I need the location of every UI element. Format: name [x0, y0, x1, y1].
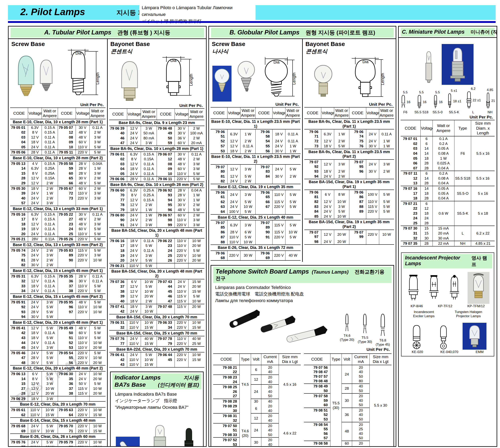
table-cell: 0.11 A — [141, 176, 157, 182]
column-header: Voltage — [76, 108, 89, 119]
projector-bulb-labels: KP-8/46 KP-TF/12 KP-TFM/12 — [403, 304, 492, 309]
table-cell: 24 V — [272, 164, 285, 174]
indicator-lamps-band: Indicator Lamps지시등 BA7s Base(인디케이터 램프) — [112, 373, 202, 389]
table-cell: 50 — [157, 136, 175, 141]
table-row: 79 05 3018 V2 W79 05 6760 V2 W — [10, 186, 106, 191]
table-row: 79 06 0628 V0.11 A79 06 11220 V5 W — [109, 176, 205, 182]
table-cell — [256, 179, 272, 184]
group-header: Base E-12, Clear, Dia, 13 x Length 33 mm… — [10, 242, 106, 248]
table-cell: 5 W — [42, 440, 58, 445]
table-cell: 110 V — [76, 345, 89, 351]
table-row: 3924 V1 W72110 V3 W — [10, 191, 106, 196]
telephone-lamps-band: Telephone Switch Board Lamps (Taunus Lam… — [213, 267, 391, 283]
table-cell: 24 V — [127, 223, 141, 228]
table-row: 79 05 0628 V0.11 A79 05 11220 V5 W — [10, 150, 106, 155]
table-cell: 28 — [420, 181, 433, 186]
mini-lamp-icon — [400, 94, 406, 110]
table-cell: 28 V — [76, 171, 89, 176]
table-cell: 02 — [109, 157, 127, 162]
group-header: Base E-12, Clear, Dia. 19 x Length 35 mm — [211, 184, 300, 190]
table-cell — [188, 263, 204, 269]
table-cell: 17 — [401, 191, 420, 196]
table-row: 178 V0.15 A2748 V2 W — [10, 217, 106, 222]
table-row: 43110 V15 W — [109, 362, 205, 367]
table-row: 1718 V5 W23110 V20 W — [109, 243, 205, 248]
table-cell — [188, 362, 204, 367]
table-cell: 24 V — [321, 204, 334, 209]
table-cell: 220 V — [175, 248, 188, 253]
table-cell: 30 V — [76, 279, 89, 284]
table-cell: 20 40 50 80 — [352, 365, 370, 384]
table-row: 79 05 4624 V5 W79 05 54220 V5 W — [10, 351, 106, 356]
table-cell: 24 V — [28, 340, 42, 345]
bayonet-base-table-b: CODEVoltageWatt or AmpereCODEVoltageWatt… — [304, 107, 394, 245]
table-cell: 20 W — [141, 294, 157, 299]
table-row: 79 07 366 V10 W79 07 4324 V15 W — [109, 279, 205, 284]
table-row: 2024 V5 W26220 V20 W — [109, 258, 205, 263]
table-cell: 20 40 — [261, 413, 279, 423]
table-cell: 8 V — [28, 171, 42, 176]
table-cell: 28 — [420, 221, 433, 226]
table-cell: 15 W — [89, 429, 105, 434]
section-b-bayonet-column: Bayonet Base 콘센트식 — [302, 39, 396, 262]
table-cell: 12 V — [228, 139, 240, 144]
telephone-translations: Lámparas para Conmutador Telefónico 電話交換… — [213, 283, 391, 304]
table-cell: 0.05 A — [433, 191, 454, 196]
length-label: Length — [189, 74, 193, 86]
table-cell: 93 — [304, 169, 321, 174]
table-cell: 2 W — [285, 174, 300, 179]
table-cell: 59 — [58, 166, 76, 171]
indicator-bulb-photo-blue — [116, 437, 140, 447]
table-cell: 24 V — [127, 248, 141, 253]
table-cell: 72 — [58, 191, 76, 196]
table-row: 79 05 134 V0.15 A79 05 5828 V0.04A — [10, 161, 106, 166]
table-cell: 12 V — [228, 144, 240, 149]
table-cell: 79 05 49 — [58, 326, 76, 331]
table-cell: 57 — [211, 144, 228, 149]
table-cell: 79 05 21 — [10, 237, 28, 242]
table-cell — [58, 396, 76, 402]
table-cell: 30 — [420, 236, 433, 241]
table-cell: 79 07 97 — [304, 230, 321, 239]
table-cell: 25 W — [188, 341, 204, 346]
table-row: 79 05 9124 V3 W79 05 9548 V5 W — [10, 300, 106, 305]
table-cell: 110 V — [76, 305, 89, 310]
table-cell: 1 W — [334, 129, 349, 139]
table-cell: 15 W — [141, 325, 157, 330]
table-cell: 5 W — [89, 150, 105, 155]
table-cell: 79 06 41 — [109, 352, 127, 357]
table-row: 62110 V15 W64220 V15 W — [10, 413, 106, 418]
lamp-type-icon — [378, 313, 387, 337]
table-cell: 3 W — [141, 304, 157, 309]
table-cell: 220 V — [76, 237, 89, 242]
table-cell: 62 — [10, 413, 28, 418]
table-cell: 24 V — [127, 141, 141, 146]
projector-lamps-band: Incandescent Projector Lamps 영사 램프 — [403, 254, 492, 268]
table-cell: 24 — [157, 248, 175, 253]
table-cell: 30 V — [76, 125, 89, 130]
table-cell: 24 V — [127, 218, 141, 223]
table-cell: 2 W — [89, 130, 105, 135]
table-cell: 0.15 A — [42, 212, 58, 217]
table-cell: 79 05 83 — [58, 248, 76, 253]
indicator-ja: インジケーターランプ 指示燈 — [115, 398, 201, 404]
table-cell: 48 V — [175, 162, 188, 167]
table-cell: 15 — [420, 231, 433, 236]
table-cell: 0.04A — [89, 161, 105, 166]
table-cell: 6 — [420, 201, 433, 206]
table-cell: 110 V — [272, 190, 285, 200]
table-row: 4624 V80 mA5036 V2 W — [109, 136, 205, 141]
table-cell: 18 V — [28, 140, 42, 145]
column-header: CODE — [349, 107, 366, 119]
indicator-bulb-photo-silver — [147, 424, 173, 447]
table-cell: 30 V — [272, 149, 285, 154]
translation-line-1: Lámpara Piloto o Lámapara Tubular Лампоч… — [142, 4, 253, 18]
table-cell: 46 — [157, 294, 175, 299]
table-cell: 96 — [157, 208, 175, 213]
table-cell: 88 — [349, 204, 366, 209]
table-cell: 0.11 A — [188, 152, 204, 157]
table-cell: 83 — [304, 204, 321, 209]
table-cell: 31 — [401, 231, 420, 236]
table-row: 7918 V1 W9648 V5 W — [109, 208, 205, 213]
table-cell: 6.8 x 44 — [370, 446, 391, 447]
